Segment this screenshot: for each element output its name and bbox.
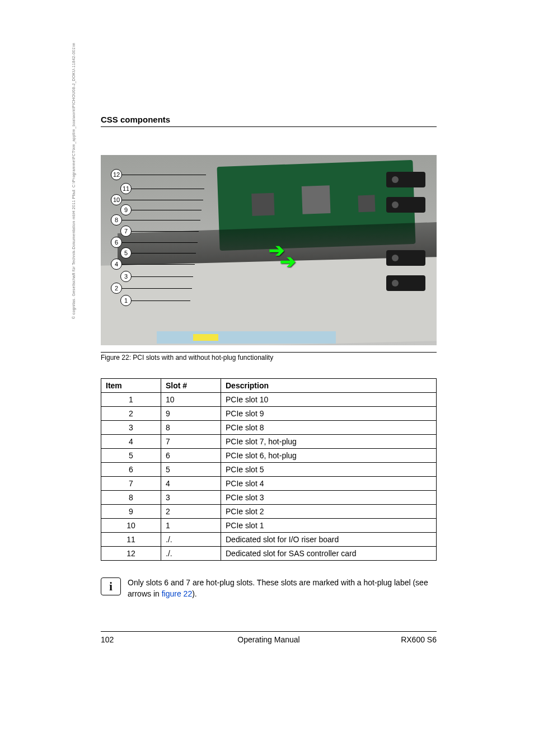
callout-circle: 7 [120,226,132,237]
callout-circle: 5 [120,247,132,259]
cell-desc: PCIe slot 6, hot-plug [221,449,437,463]
cell-item: 1 [101,393,161,407]
callout-circle: 11 [120,183,132,194]
cell-slot: 3 [161,491,221,505]
callout-6: 6 [111,237,198,248]
callout-circle: 9 [120,204,132,215]
copyright-side-text: © cognitas. Gesellschaft für Technik-Dok… [72,43,76,319]
callout-7: 7 [120,226,199,237]
drive-shape [386,250,425,266]
info-text: Only slots 6 and 7 are hot-plug slots. T… [128,577,437,599]
chip-shape [302,185,331,214]
label-strip [157,331,336,344]
cell-item: 3 [101,421,161,435]
callout-10: 10 [111,194,203,205]
footer-model: RX600 S6 [401,635,437,644]
cell-slot: 8 [161,421,221,435]
callout-11: 11 [120,183,204,194]
table-row: 83PCIe slot 3 [101,491,437,505]
table-row: 56PCIe slot 6, hot-plug [101,449,437,463]
table-row: 38PCIe slot 8 [101,421,437,435]
figure-22-link[interactable]: figure 22 [162,589,192,598]
col-header-slot: Slot # [161,379,221,393]
table-row: 74PCIe slot 4 [101,477,437,491]
callout-circle: 1 [120,295,132,306]
table-row: 65PCIe slot 5 [101,463,437,477]
cell-slot: 6 [161,449,221,463]
cell-desc: Dedicated slot for SAS controller card [221,547,437,561]
callout-circle: 6 [111,237,122,248]
callout-circle: 3 [120,271,132,282]
table-row: 110PCIe slot 10 [101,393,437,407]
table-row: 11./.Dedicated slot for I/O riser board [101,533,437,547]
cell-item: 8 [101,491,161,505]
cell-item: 6 [101,463,161,477]
cell-item: 12 [101,547,161,561]
cell-item: 2 [101,407,161,421]
cell-slot: ./. [161,533,221,547]
cell-desc: PCIe slot 7, hot-plug [221,435,437,449]
figure-caption: Figure 22: PCI slots with and without ho… [101,352,437,361]
drive-shape [386,172,425,187]
col-header-item: Item [101,379,161,393]
col-header-desc: Description [221,379,437,393]
table-row: 29PCIe slot 9 [101,407,437,421]
callout-circle: 4 [111,259,122,270]
chip-shape [251,193,274,216]
cell-slot: 10 [161,393,221,407]
cell-item: 5 [101,449,161,463]
footer-center: Operating Manual [237,635,299,644]
yellow-label [193,334,218,341]
cell-item: 9 [101,505,161,519]
cell-item: 11 [101,533,161,547]
callout-circle: 12 [111,169,122,180]
cell-desc: PCIe slot 9 [221,407,437,421]
table-header-row: Item Slot # Description [101,379,437,393]
cell-desc: PCIe slot 5 [221,463,437,477]
drive-shape [386,275,425,291]
pci-slot-table: Item Slot # Description 110PCIe slot 102… [101,378,437,561]
hotplug-arrow-icon: ➔ [280,250,296,273]
section-title: CSS components [101,115,437,127]
cell-item: 7 [101,477,161,491]
info-note: i Only slots 6 and 7 are hot-plug slots.… [101,577,437,599]
table-row: 92PCIe slot 2 [101,505,437,519]
callout-circle: 8 [111,214,122,226]
cell-slot: ./. [161,547,221,561]
callout-4: 4 [111,259,195,270]
table-row: 101PCIe slot 1 [101,519,437,533]
figure-22-image: ➔ ➔ 12 11 10 9 8 [101,155,437,351]
cell-slot: 7 [161,435,221,449]
drive-shape [386,197,425,213]
cell-desc: PCIe slot 8 [221,421,437,435]
table-row: 12./.Dedicated slot for SAS controller c… [101,547,437,561]
cell-slot: 1 [161,519,221,533]
callout-2: 2 [111,283,192,294]
callout-12: 12 [111,169,206,180]
callout-1: 1 [120,295,190,306]
cell-slot: 5 [161,463,221,477]
cell-desc: PCIe slot 3 [221,491,437,505]
cell-item: 4 [101,435,161,449]
chip-shape [358,195,375,212]
info-text-after: ). [192,589,197,598]
page-number: 102 [101,635,114,644]
cell-slot: 2 [161,505,221,519]
cell-desc: PCIe slot 10 [221,393,437,407]
cell-slot: 4 [161,477,221,491]
callout-8: 8 [111,214,200,226]
info-icon: i [101,577,121,595]
page-footer: 102 Operating Manual RX600 S6 [101,631,437,644]
callout-circle: 10 [111,194,122,205]
table-row: 47PCIe slot 7, hot-plug [101,435,437,449]
callout-circle: 2 [111,283,122,294]
cell-desc: PCIe slot 1 [221,519,437,533]
cell-item: 10 [101,519,161,533]
cell-slot: 9 [161,407,221,421]
callout-9: 9 [120,204,202,215]
callout-5: 5 [120,247,196,259]
cell-desc: PCIe slot 2 [221,505,437,519]
cell-desc: PCIe slot 4 [221,477,437,491]
cell-desc: Dedicated slot for I/O riser board [221,533,437,547]
callout-3: 3 [120,271,193,282]
